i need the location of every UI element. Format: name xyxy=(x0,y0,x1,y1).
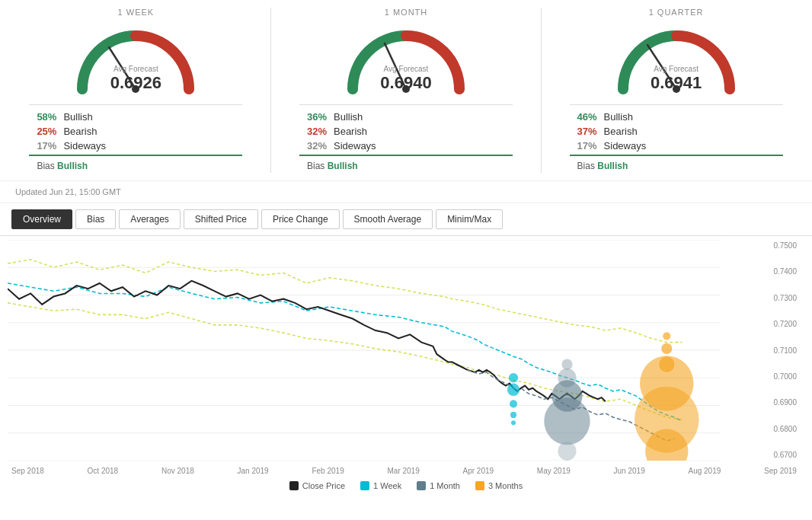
bullish-label-quarter: Bullish xyxy=(604,111,633,123)
gauge-label-month: Avg Forecast xyxy=(380,65,431,73)
gauge-quarter: Avg Forecast 0.6941 xyxy=(608,21,745,97)
y-label-7: 0.6800 xyxy=(773,425,797,433)
sideways-label-quarter: Sideways xyxy=(604,140,647,152)
gauge-month: Avg Forecast 0.6940 xyxy=(337,21,475,97)
y-label-4: 0.7100 xyxy=(773,346,797,355)
legend-bar: Close Price 1 Week 1 Month 3 Months xyxy=(0,477,812,494)
forecast-card-month: 1 MONTH Avg Forecast 0.6940 36% Bullish … xyxy=(299,8,513,173)
gauge-label-week: Avg Forecast xyxy=(110,65,161,73)
tab-smooth-average[interactable]: Smooth Average xyxy=(343,209,433,229)
svg-point-26 xyxy=(661,343,672,355)
x-label-5: Mar 2019 xyxy=(387,467,419,475)
bias-text-month: Bias xyxy=(307,161,328,171)
bias-value-quarter: Bullish xyxy=(597,161,628,171)
tab-shifted-price[interactable]: Shifted Price xyxy=(184,209,258,229)
y-label-6: 0.6900 xyxy=(773,398,797,407)
period-label-week: 1 WEEK xyxy=(29,8,242,17)
gauge-value-quarter: 0.6941 xyxy=(651,73,702,92)
x-label-6: Apr 2019 xyxy=(463,467,494,475)
sideways-label-month: Sideways xyxy=(334,140,376,152)
tab-bias[interactable]: Bias xyxy=(75,209,116,229)
gauge-week: Avg Forecast 0.6926 xyxy=(67,21,204,97)
svg-point-16 xyxy=(507,384,519,397)
bias-text-quarter: Bias xyxy=(577,161,598,171)
legend-1-month: 1 Month xyxy=(417,481,460,490)
period-label-month: 1 MONTH xyxy=(299,8,513,17)
svg-point-18 xyxy=(510,412,516,418)
y-label-1: 0.7400 xyxy=(773,267,797,276)
svg-point-24 xyxy=(558,442,576,461)
forecast-card-week: 1 WEEK Avg Forecast 0.6926 58% Bullis xyxy=(29,8,242,173)
legend-1-week: 1 Week xyxy=(360,481,401,490)
tabs-bar: Overview Bias Averages Shifted Price Pri… xyxy=(0,203,812,236)
sideways-pct-quarter: 17% xyxy=(577,140,604,152)
y-label-8: 0.6700 xyxy=(773,451,797,459)
bearish-label-week: Bearish xyxy=(63,126,97,137)
svg-point-23 xyxy=(544,397,590,445)
y-label-3: 0.7200 xyxy=(773,320,797,328)
svg-point-20 xyxy=(561,359,572,370)
svg-point-15 xyxy=(509,373,518,382)
x-label-2: Nov 2018 xyxy=(161,467,194,475)
top-section: 1 WEEK Avg Forecast 0.6926 58% Bullis xyxy=(0,0,812,181)
tab-minim-max[interactable]: Minim/Max xyxy=(436,209,503,229)
bullish-label-week: Bullish xyxy=(63,111,92,123)
legend-3-months: 3 Months xyxy=(475,481,523,490)
bearish-pct-month: 32% xyxy=(307,126,334,137)
bearish-pct-week: 25% xyxy=(37,126,63,137)
tab-price-change[interactable]: Price Change xyxy=(261,209,340,229)
bias-text-week: Bias xyxy=(37,161,57,171)
x-label-9: Aug 2019 xyxy=(688,467,721,475)
bearish-label-quarter: Bearish xyxy=(604,126,638,137)
svg-point-17 xyxy=(510,400,517,407)
gauge-value-month: 0.6940 xyxy=(380,73,431,92)
x-label-4: Feb 2019 xyxy=(312,467,344,475)
x-label-3: Jan 2019 xyxy=(238,467,269,475)
y-label-0: 0.7500 xyxy=(773,241,797,250)
forecast-card-quarter: 1 QUARTER Avg Forecast 0.6941 46% Bullis… xyxy=(570,8,783,173)
sideways-pct-week: 17% xyxy=(37,140,63,152)
bullish-label-month: Bullish xyxy=(334,111,363,123)
tab-overview[interactable]: Overview xyxy=(11,209,72,229)
update-bar: Updated Jun 21, 15:00 GMT xyxy=(0,181,812,203)
gauge-value-week: 0.6926 xyxy=(110,73,161,92)
legend-close-price: Close Price xyxy=(289,481,345,490)
bullish-pct-month: 36% xyxy=(307,111,334,123)
sideways-label-week: Sideways xyxy=(63,140,106,152)
bearish-label-month: Bearish xyxy=(334,126,367,137)
bullish-pct-quarter: 46% xyxy=(577,111,604,123)
y-label-2: 0.7300 xyxy=(773,294,797,302)
bullish-pct-week: 58% xyxy=(37,111,63,123)
y-label-5: 0.7000 xyxy=(773,372,797,381)
bearish-pct-quarter: 37% xyxy=(577,126,604,137)
tab-averages[interactable]: Averages xyxy=(119,209,180,229)
chart-area: 0.7500 0.7400 0.7300 0.7200 0.7100 0.700… xyxy=(8,240,797,461)
svg-point-25 xyxy=(663,332,670,340)
x-label-0: Sep 2018 xyxy=(11,467,44,475)
svg-point-19 xyxy=(511,420,516,425)
x-label-7: May 2019 xyxy=(537,467,571,475)
gauge-label-quarter: Avg Forecast xyxy=(651,65,702,73)
bias-value-month: Bullish xyxy=(328,161,358,171)
bias-value-week: Bullish xyxy=(57,161,88,171)
period-label-quarter: 1 QUARTER xyxy=(570,8,783,17)
x-label-1: Oct 2018 xyxy=(88,467,119,475)
x-label-10: Sep 2019 xyxy=(764,467,797,475)
x-labels: Sep 2018 Oct 2018 Nov 2018 Jan 2019 Feb … xyxy=(0,464,812,477)
x-label-8: Jun 2019 xyxy=(614,467,645,475)
sideways-pct-month: 32% xyxy=(307,140,334,152)
